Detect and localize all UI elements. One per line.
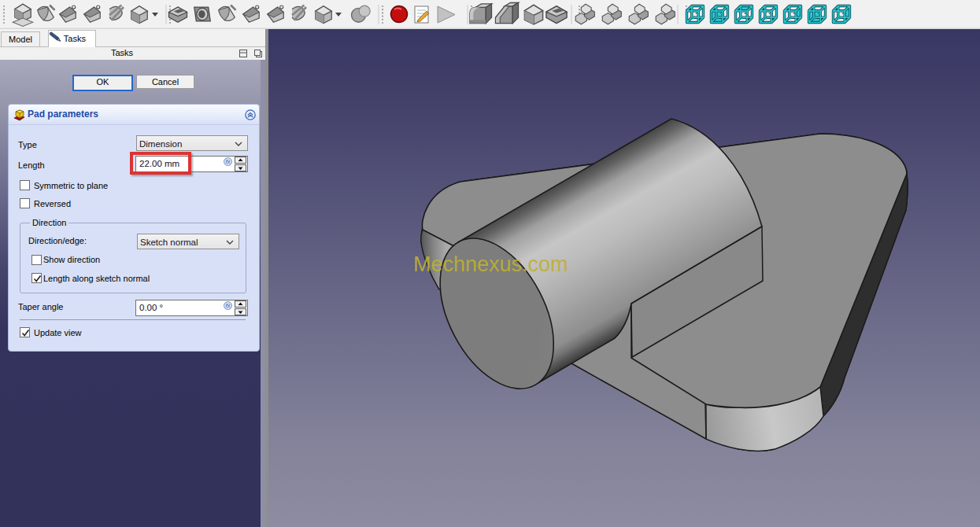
svg-text:Mechnexus.com: Mechnexus.com (413, 252, 568, 276)
